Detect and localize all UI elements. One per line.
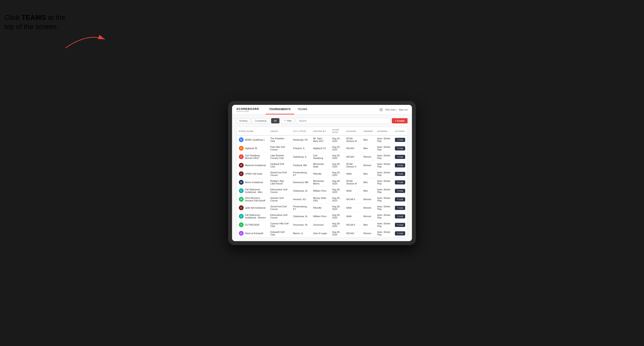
division-cell: NCAA Division III: [344, 135, 361, 144]
gender-cell: Women: [361, 229, 375, 238]
col-venue: VENUE: [268, 127, 291, 135]
venue-cell: Ruttger's Bay Lake Resort: [268, 178, 291, 187]
team-logo: V: [239, 222, 244, 227]
gear-icon[interactable]: [380, 108, 383, 111]
edit-button[interactable]: ✎ Edit: [395, 214, 405, 218]
filter-icon: [284, 120, 286, 122]
event-name-cell: U UPIKE Fall Invite: [237, 170, 268, 178]
division-cell: NICAA II: [344, 221, 361, 229]
actions-cell: ✎ Edit: [393, 187, 407, 195]
actions-cell: ✎ Edit: [393, 229, 407, 238]
city-cell: Newburgh, NY: [291, 135, 311, 144]
navbar: SCOREBOARD Powered by clippit TOURNAMENT…: [232, 105, 412, 115]
event-name-cell: M Morris Invitational: [237, 178, 268, 187]
event-name: Carl Sandburg Women FA23: [245, 154, 266, 159]
edit-button[interactable]: ✎ Edit: [395, 163, 405, 168]
gender-cell: Women: [361, 195, 375, 204]
table-row: W 2023 Women's Hesston Fall Kickoff Hess…: [237, 195, 407, 204]
hosted-cell: Minnesota-Morris: [311, 178, 330, 187]
instruction-bold: TEAMS: [22, 13, 46, 21]
event-name: Morris Invitational: [245, 181, 263, 183]
actions-cell: ✎ Edit: [393, 153, 407, 161]
edit-button[interactable]: ✎ Edit: [395, 223, 405, 227]
scoring-cell: team, Stroke Play: [375, 221, 393, 229]
instruction-text: Click TEAMS at thetop of the screen.: [4, 13, 65, 31]
division-cell: NICAA I: [344, 144, 361, 153]
hosted-cell: Pikeville: [311, 204, 330, 212]
city-cell: Freeport, IL: [291, 144, 311, 153]
col-actions: ACTIONS: [393, 127, 407, 135]
actions-cell: ✎ Edit: [393, 221, 407, 229]
event-name: Highland 36: [245, 147, 257, 150]
hosted-cell: William Penn: [311, 187, 330, 195]
date-cell: Aug 28, 2023: [330, 178, 344, 187]
table-row: C Carl Sandburg Women FA23 Lake Bracken …: [237, 153, 407, 161]
scoring-cell: team, Stroke Play: [375, 144, 393, 153]
scoring-cell: team, Stroke Play: [375, 187, 393, 195]
edit-button[interactable]: ✎ Edit: [395, 180, 405, 184]
actions-cell: ✎ Edit: [393, 135, 407, 144]
event-name-cell: V VU PREVIEW: [237, 221, 268, 229]
city-cell: Faribault, MN: [291, 161, 311, 170]
gender-cell: Men: [361, 144, 375, 153]
venue-cell: StoneCrest Golf Course: [268, 170, 291, 178]
scoring-cell: team, Stroke Play: [375, 212, 393, 221]
col-gender: GENDER: [361, 127, 375, 135]
table-row: M Maverick Invitational Faribault Golf C…: [237, 161, 407, 170]
event-name-cell: H Highland 36: [237, 144, 268, 153]
gender-cell: Men: [361, 178, 375, 187]
event-name-cell: M MSMC Qualifying 1: [237, 135, 268, 144]
team-logo: U: [239, 205, 244, 210]
edit-button[interactable]: ✎ Edit: [395, 172, 405, 176]
gender-cell: Men: [361, 221, 375, 229]
event-name-cell: F Fall Statesmen Invitational - Women: [237, 212, 268, 221]
arrow-indicator: [61, 30, 114, 53]
date-cell: Aug 28, 2023: [330, 187, 344, 195]
date-cell: Aug 25, 2023: [330, 144, 344, 153]
gender-cell: Women: [361, 153, 375, 161]
date-cell: Aug 24, 2023: [330, 135, 344, 144]
table-row: M MSMC Qualifying 1 The Powelton Club Ne…: [237, 135, 407, 144]
edit-button[interactable]: ✎ Edit: [395, 206, 405, 210]
event-name: 2023 Women's Hesston Fall Kickoff: [245, 197, 266, 202]
edit-button[interactable]: ✎ Edit: [395, 197, 405, 201]
tablet-device: SCOREBOARD Powered by clippit TOURNAMENT…: [228, 101, 416, 245]
date-cell: Aug 28, 2023: [330, 204, 344, 212]
actions-cell: ✎ Edit: [393, 144, 407, 153]
team-logo: U: [239, 171, 244, 176]
all-button[interactable]: All: [271, 118, 280, 123]
team-logo: H: [239, 146, 244, 151]
hosted-cell: William Penn: [311, 212, 330, 221]
edit-button[interactable]: ✎ Edit: [395, 146, 405, 151]
venue-cell: Park Hills Golf Course: [268, 144, 291, 153]
edit-button[interactable]: ✎ Edit: [395, 231, 405, 235]
gender-cell: Women: [361, 204, 375, 212]
event-name-cell: U upike fall invitational: [237, 204, 268, 212]
table-row: F Fall Statesmen Invitational - Men Edmu…: [237, 187, 407, 195]
col-event-name: EVENT NAME: [237, 127, 268, 135]
date-cell: Aug 28, 2023: [330, 221, 344, 229]
venue-cell: Lake Bracken Country Club: [268, 153, 291, 161]
nav-tournaments[interactable]: TOURNAMENTS: [266, 105, 294, 115]
date-cell: Aug 26, 2023: [330, 153, 344, 161]
event-name: MSMC Qualifying 1: [245, 139, 264, 141]
col-city: CITY, STATE: [291, 127, 311, 135]
create-button[interactable]: + Create: [392, 118, 408, 123]
venue-cell: Hesston Golf Course: [268, 195, 291, 204]
table-row: M Morris Invitational Ruttger's Bay Lake…: [237, 178, 407, 187]
team-logo: W: [239, 197, 244, 202]
signout-link[interactable]: Sign out: [399, 108, 408, 111]
edit-button[interactable]: ✎ Edit: [395, 138, 405, 142]
filter-button[interactable]: Filter: [281, 118, 294, 123]
gender-cell: Women: [361, 212, 375, 221]
actions-cell: ✎ Edit: [393, 170, 407, 178]
edit-button[interactable]: ✎ Edit: [395, 189, 405, 193]
nav-teams[interactable]: TEAMS: [294, 105, 311, 115]
table-row: F Fall Statesmen Invitational - Women Ed…: [237, 212, 407, 221]
edit-button[interactable]: ✎ Edit: [395, 155, 405, 159]
search-input[interactable]: [296, 118, 390, 124]
tournaments-table: EVENT NAME VENUE CITY, STATE HOSTED BY S…: [236, 127, 408, 238]
competing-button[interactable]: Competing: [252, 118, 269, 123]
hosting-button[interactable]: Hosting: [236, 118, 250, 123]
scoring-cell: team, Stroke Play: [375, 195, 393, 204]
